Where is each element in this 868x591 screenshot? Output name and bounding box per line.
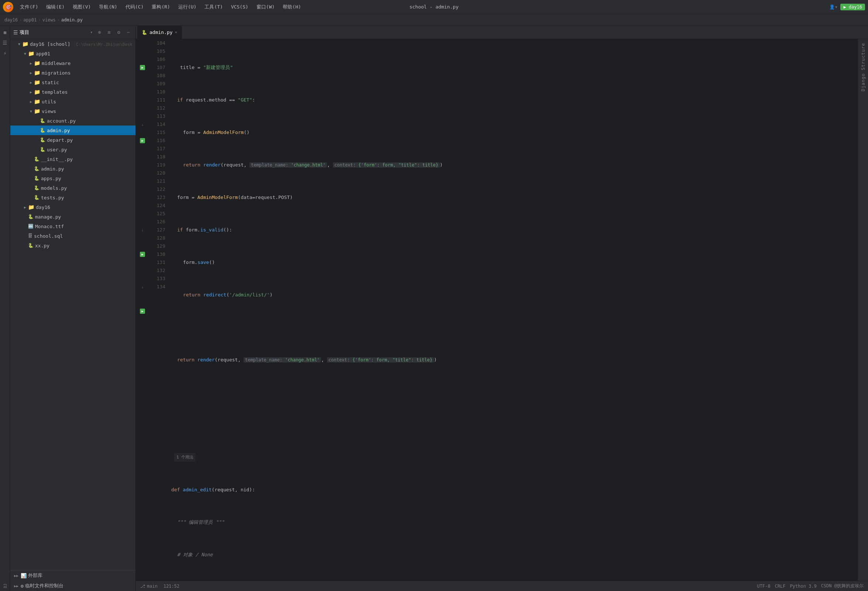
sidebar-tree: 📁 day16 [school] C:\Users\Mr.Zhijun\Desk… <box>10 39 136 570</box>
code-line-114 <box>171 389 858 396</box>
structure-icon[interactable]: ⚡ <box>1 49 10 58</box>
tree-init-py[interactable]: 🐍 __init__.py <box>10 154 136 164</box>
menu-vcs[interactable]: VCS(S) <box>227 3 252 11</box>
code-line-108: form = AdminModelForm(data=request.POST) <box>171 194 858 202</box>
status-right: UTF-8 CRLF Python 3.9 CSDN @抚舞的皮埃尔 <box>757 583 864 589</box>
bookmark-icon[interactable]: ☰ <box>1 38 10 47</box>
usage-hint-line: 1 个用法 <box>171 453 858 461</box>
code-line-116: def admin_edit(request, nid): <box>171 486 858 494</box>
editor-section: 🐍 admin.py × ▶ ↓ <box>136 26 868 591</box>
menu-navigate[interactable]: 导航(N) <box>95 2 121 12</box>
breadcrumb: day16 › app01 › views › admin.py <box>0 14 868 26</box>
code-line-111: return redirect('/admin/list/') <box>171 291 858 299</box>
tree-admin-py[interactable]: 🐍 admin.py <box>10 126 136 135</box>
tree-user-py[interactable]: 🐍 user.py <box>10 145 136 154</box>
encoding: UTF-8 <box>757 584 770 589</box>
menu-help[interactable]: 帮助(H) <box>279 2 304 12</box>
tree-migrations[interactable]: 📁 migrations <box>10 68 136 78</box>
code-line-118: # 对象 / None <box>171 551 858 559</box>
csdn-credit: CSDN @抚舞的皮埃尔 <box>821 583 864 589</box>
gutter-107: ▶ <box>136 64 149 72</box>
tree-account-py[interactable]: 🐍 account.py <box>10 116 136 126</box>
tree-admin-py-2[interactable]: 🐍 admin.py <box>10 164 136 173</box>
menu-tools[interactable]: 工具(T) <box>201 2 226 12</box>
line-endings: CRLF <box>775 584 785 589</box>
window-title: school - admin.py <box>409 4 458 10</box>
locate-file-btn[interactable]: ⊕ <box>96 28 104 37</box>
tree-school-sql[interactable]: 🗄 school.sql <box>10 231 136 241</box>
python-version: Python 3.9 <box>790 584 816 589</box>
code-line-110: form.save() <box>171 259 858 266</box>
code-line-115 <box>171 421 858 429</box>
tab-close-btn[interactable]: × <box>175 30 177 35</box>
tree-depart-py[interactable]: 🐍 depart.py <box>10 135 136 145</box>
tree-utils[interactable]: 📁 utils <box>10 97 136 106</box>
breadcrumb-views[interactable]: views <box>43 17 56 22</box>
tree-apps-py[interactable]: 🐍 apps.py <box>10 173 136 183</box>
main-layout: ≡ ☰ ⚡ DJ ☰ 项目 ▾ ⊕ ≡ ⚙ − 📁 day16 [school]… <box>0 26 868 591</box>
title-bar-right: 👤▾ ▶ day16 <box>829 4 865 10</box>
line-numbers: 104 105 106 107 108 109 110 111 112 113 … <box>149 39 168 581</box>
tab-admin-py[interactable]: 🐍 admin.py × <box>137 26 182 39</box>
gutter-104 <box>136 39 149 47</box>
tree-static[interactable]: 📁 static <box>10 78 136 87</box>
left-toolbar: ≡ ☰ ⚡ DJ <box>0 26 10 591</box>
project-icon[interactable]: ≡ <box>1 28 10 37</box>
menu-edit[interactable]: 编辑(E) <box>43 2 68 12</box>
menu-code[interactable]: 代码(C) <box>122 2 147 12</box>
collapse-btn[interactable]: ≡ <box>105 28 113 37</box>
breadcrumb-day16[interactable]: day16 <box>4 17 18 22</box>
code-line-106: form = AdminModelForm() <box>171 129 858 137</box>
menu-run[interactable]: 运行(U) <box>174 2 200 12</box>
code-line-113: return render(request, template_name: 'c… <box>171 356 858 364</box>
sidebar: ☰ 项目 ▾ ⊕ ≡ ⚙ − 📁 day16 [school] C:\Users… <box>10 26 136 591</box>
tree-xx-py[interactable]: 🐍 xx.py <box>10 241 136 250</box>
app-logo: 🎯 <box>3 2 13 12</box>
tree-root[interactable]: 📁 day16 [school] C:\Users\Mr.Zhijun\Desk <box>10 39 136 49</box>
code-line-104: title = "新建管理员" <box>171 64 858 72</box>
editor-tab-bar: 🐍 admin.py × <box>136 26 868 39</box>
temp-files[interactable]: ▶ ⚙ 临时文件和控制台 <box>10 581 136 591</box>
code-line-109: if form.is_valid(): <box>171 226 858 234</box>
tree-tests-py[interactable]: 🐍 tests.py <box>10 193 136 202</box>
gutter-106 <box>136 55 149 64</box>
sidebar-title: 项目 <box>19 29 89 36</box>
title-bar: 🎯 文件(F) 编辑(E) 视图(V) 导航(N) 代码(C) 重构(R) 运行… <box>0 0 868 14</box>
editor-gutter: ▶ ↓ ▶ <box>136 39 149 581</box>
user-icon[interactable]: 👤▾ <box>829 4 837 10</box>
gutter-105 <box>136 47 149 55</box>
menu-file[interactable]: 文件(F) <box>16 2 42 12</box>
tree-app01[interactable]: 📁 app01 <box>10 49 136 58</box>
menu-refactor[interactable]: 重构(R) <box>148 2 173 12</box>
external-libs[interactable]: ▶ 📊 外部库 <box>10 570 136 581</box>
code-editor[interactable]: title = "新建管理员" if request.method == "GE… <box>168 39 858 581</box>
breadcrumb-app01[interactable]: app01 <box>23 17 37 22</box>
run-config[interactable]: ▶ day16 <box>840 4 865 10</box>
code-line-107: return render(request, template_name: 'c… <box>171 161 858 169</box>
editor-body: ▶ ↓ ▶ <box>136 39 868 581</box>
settings-btn[interactable]: ⚙ <box>115 28 123 37</box>
sidebar-bottom: ▶ 📊 外部库 ▶ ⚙ 临时文件和控制台 <box>10 570 136 591</box>
line-col: 121:52 <box>164 584 179 589</box>
breadcrumb-file: admin.py <box>61 17 83 22</box>
django-structure-panel: Django Structure <box>858 39 868 581</box>
git-branch: ⎇ main <box>140 584 158 589</box>
django-structure-icon[interactable]: DJ <box>1 584 10 588</box>
code-line-105: if request.method == "GET": <box>171 96 858 104</box>
tree-views[interactable]: 📁 views <box>10 106 136 116</box>
django-structure-label[interactable]: Django Structure <box>861 43 866 92</box>
sidebar-header: ☰ 项目 ▾ ⊕ ≡ ⚙ − <box>10 26 136 39</box>
hamburger-icon: ☰ <box>13 30 18 35</box>
code-line-112 <box>171 324 858 331</box>
hide-btn[interactable]: − <box>124 28 133 37</box>
menu-window[interactable]: 窗口(W) <box>253 2 278 12</box>
menu-view[interactable]: 视图(V) <box>69 2 94 12</box>
tree-day16[interactable]: 📁 day16 <box>10 202 136 212</box>
tree-models-py[interactable]: 🐍 models.py <box>10 183 136 193</box>
tree-manage-py[interactable]: 🐍 manage.py <box>10 212 136 222</box>
tree-monaco-ttf[interactable]: 🔤 Monaco.ttf <box>10 222 136 231</box>
tree-templates[interactable]: 📁 templates <box>10 87 136 97</box>
code-line-117: """ 编辑管理员 """ <box>171 518 858 526</box>
status-bar: ⎇ main 121:52 UTF-8 CRLF Python 3.9 CSDN… <box>136 581 868 591</box>
tree-middleware[interactable]: 📁 middleware <box>10 58 136 68</box>
